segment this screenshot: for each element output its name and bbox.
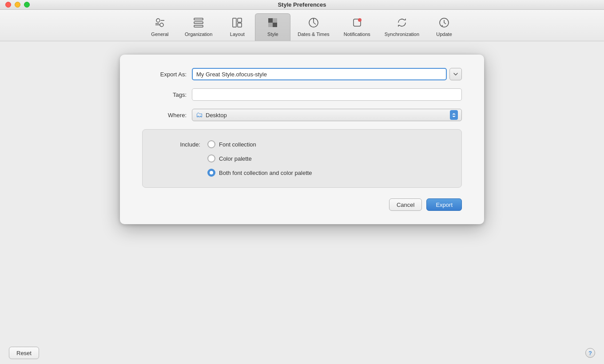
tab-organization[interactable]: Organization	[178, 14, 219, 40]
svg-rect-7	[194, 25, 203, 27]
tags-input[interactable]	[192, 88, 462, 101]
tab-style-label: Style	[267, 32, 278, 37]
tab-dates-times[interactable]: Dates & Times	[290, 14, 337, 40]
svg-rect-12	[273, 18, 277, 23]
window-controls[interactable]	[5, 2, 30, 8]
svg-rect-13	[268, 23, 273, 27]
tab-layout-label: Layout	[230, 32, 245, 37]
tab-synchronization-label: Synchronization	[385, 32, 419, 37]
export-dialog: Export As: Tags: Where: 🗂 Desktop	[120, 55, 484, 224]
tab-general[interactable]: General	[142, 14, 178, 40]
include-box: Include: Font collection Color palette B…	[142, 129, 462, 188]
export-dropdown-button[interactable]	[449, 68, 462, 80]
maximize-button[interactable]	[24, 2, 30, 8]
svg-rect-5	[194, 18, 203, 20]
svg-rect-10	[238, 23, 242, 27]
cancel-button[interactable]: Cancel	[389, 198, 422, 211]
svg-point-20	[358, 18, 362, 22]
content-area: Export As: Tags: Where: 🗂 Desktop	[0, 41, 604, 344]
tags-row: Tags:	[142, 88, 462, 101]
radio-font-collection[interactable]: Font collection	[207, 140, 312, 148]
export-as-row: Export As:	[142, 68, 462, 80]
tab-update-label: Update	[436, 32, 452, 37]
radio-color-label: Color palette	[219, 155, 252, 162]
folder-icon: 🗂	[196, 111, 203, 119]
export-as-input[interactable]	[192, 68, 447, 80]
export-as-label: Export As:	[142, 71, 187, 78]
tab-general-label: General	[151, 32, 168, 37]
tab-style[interactable]: Style	[255, 13, 290, 41]
tab-organization-label: Organization	[185, 32, 212, 37]
toolbar: General Organization Layout	[0, 10, 604, 41]
tab-notifications[interactable]: Notifications	[337, 14, 378, 40]
tab-notifications-label: Notifications	[344, 32, 370, 37]
radio-both[interactable]: Both font collection and color palette	[207, 169, 312, 177]
dialog-buttons: Cancel Export	[142, 198, 462, 211]
radio-color-palette[interactable]: Color palette	[207, 154, 312, 162]
title-bar: Style Preferences	[0, 0, 604, 10]
notifications-icon	[350, 16, 364, 30]
svg-rect-8	[233, 18, 236, 27]
synchronization-icon	[395, 16, 409, 30]
svg-rect-6	[194, 22, 203, 24]
radio-both-circle	[207, 169, 215, 177]
update-icon	[437, 16, 451, 30]
style-icon	[266, 16, 280, 30]
organization-icon	[191, 16, 206, 30]
help-button[interactable]: ?	[585, 348, 595, 358]
where-select[interactable]: 🗂 Desktop	[192, 109, 462, 121]
where-value: Desktop	[206, 112, 450, 119]
svg-line-17	[314, 23, 316, 24]
reset-button[interactable]: Reset	[9, 347, 39, 359]
tab-synchronization[interactable]: Synchronization	[378, 14, 426, 40]
radio-font-circle	[207, 140, 215, 148]
dates-times-icon	[306, 16, 321, 30]
tab-update[interactable]: Update	[426, 14, 462, 40]
svg-rect-11	[268, 18, 273, 23]
export-button[interactable]: Export	[426, 198, 462, 211]
window-title: Style Preferences	[278, 1, 326, 8]
svg-point-0	[156, 19, 160, 22]
general-icon	[153, 16, 167, 30]
tags-label: Tags:	[142, 91, 187, 98]
close-button[interactable]	[5, 2, 11, 8]
svg-point-3	[160, 23, 163, 27]
export-as-input-group	[192, 68, 462, 80]
tab-layout[interactable]: Layout	[219, 14, 255, 40]
radio-group: Font collection Color palette Both font …	[207, 140, 312, 177]
svg-rect-9	[238, 18, 242, 22]
where-row: Where: 🗂 Desktop	[142, 109, 462, 121]
radio-both-label: Both font collection and color palette	[219, 170, 312, 176]
tab-dates-times-label: Dates & Times	[298, 32, 330, 37]
include-label: Include:	[156, 140, 200, 148]
include-row: Include: Font collection Color palette B…	[156, 140, 448, 177]
radio-font-label: Font collection	[219, 141, 256, 148]
where-arrows-icon	[450, 110, 458, 120]
layout-icon	[230, 16, 244, 30]
bottom-bar: Reset ?	[0, 342, 604, 364]
where-label: Where:	[142, 112, 187, 119]
minimize-button[interactable]	[15, 2, 20, 8]
svg-rect-14	[273, 23, 277, 27]
radio-color-circle	[207, 154, 215, 162]
